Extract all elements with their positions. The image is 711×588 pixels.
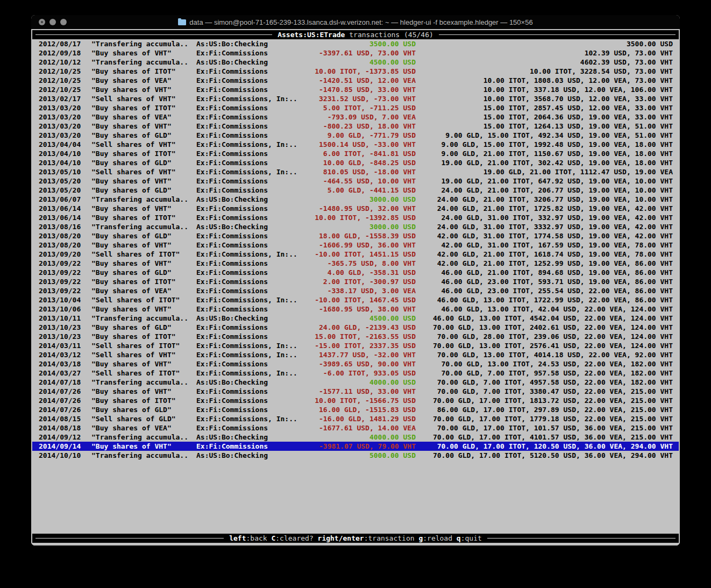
table-row[interactable]: 2013/03/20 "Buy shares of VHT" Ex:Fi:Com… <box>32 122 679 131</box>
txn-running-balance: 24.00 GLD, 31.00 ITOT, 3332.97 USD, 19.0… <box>416 222 673 231</box>
txn-change-amount: 16.00 GLD, -1515.83 USD <box>301 405 416 414</box>
txn-other-accounts: Ex:Fi:Commissions, In:.. <box>196 250 301 259</box>
txn-other-accounts: Ex:Fi:Commissions <box>196 48 301 58</box>
txn-description: "Buy shares of GLD" <box>91 405 196 414</box>
txn-other-accounts: Ex:Fi:Commissions <box>196 67 301 76</box>
terminal-content: Assets:US:ETrade transactions (45/46) 20… <box>31 29 680 546</box>
txn-other-accounts: Ex:Fi:Commissions <box>196 186 301 195</box>
table-row[interactable]: 2013/09/22 "Buy shares of ITOT" Ex:Fi:Co… <box>32 277 679 286</box>
table-row[interactable]: 2014/07/26 "Buy shares of ITOT" Ex:Fi:Co… <box>32 396 679 405</box>
table-row[interactable]: 2013/09/22 "Buy shares of GLD" Ex:Fi:Com… <box>32 268 679 277</box>
table-row[interactable]: 2014/03/12 "Sell shares of VHT" Ex:Fi:Co… <box>32 350 679 359</box>
txn-running-balance: 24.00 GLD, 21.00 ITOT, 3206.77 USD, 19.0… <box>416 195 673 204</box>
footer-key: right/enter <box>318 534 364 542</box>
txn-other-accounts: Ex:Fi:Commissions <box>196 103 301 112</box>
table-row[interactable]: 2013/05/10 "Sell shares of VHT" Ex:Fi:Co… <box>32 167 679 176</box>
txn-date: 2013/08/20 <box>39 231 91 240</box>
table-row[interactable]: 2013/02/17 "Sell shares of VHT" Ex:Fi:Co… <box>32 94 679 103</box>
txn-other-accounts: Ex:Fi:Commissions <box>196 131 301 140</box>
table-row[interactable]: 2014/09/14 "Buy shares of VHT" Ex:Fi:Com… <box>32 442 679 451</box>
header-rule-left <box>35 34 272 35</box>
txn-description: "Buy shares of VHT" <box>91 48 196 58</box>
table-row[interactable]: 2013/10/23 "Buy shares of ITOT" Ex:Fi:Co… <box>32 332 679 341</box>
table-row[interactable]: 2013/10/11 "Transfering accumula.. As:US… <box>32 314 679 323</box>
table-row[interactable]: 2013/09/22 "Buy shares of VHT" Ex:Fi:Com… <box>32 259 679 268</box>
close-button[interactable] <box>39 19 45 25</box>
traffic-lights <box>39 19 67 25</box>
txn-date: 2012/10/12 <box>39 58 91 67</box>
txn-other-accounts: As:US:Bo:Checking <box>196 378 301 387</box>
table-row[interactable]: 2014/10/10 "Transfering accumula.. As:US… <box>32 451 679 460</box>
txn-other-accounts: Ex:Fi:Commissions <box>196 122 301 131</box>
txn-date: 2013/10/23 <box>39 332 91 341</box>
txn-description: "Buy shares of ITOT" <box>91 396 196 405</box>
txn-running-balance: 10.00 ITOT, 337.18 USD, 12.00 VEA, 106.0… <box>416 85 673 94</box>
table-row[interactable]: 2013/09/20 "Sell shares of ITOT" Ex:Fi:C… <box>32 250 679 259</box>
table-row[interactable]: 2013/09/22 "Buy shares of VEA" Ex:Fi:Com… <box>32 286 679 295</box>
footer-rule-left <box>35 538 224 539</box>
table-row[interactable]: 2013/08/20 "Buy shares of GLD" Ex:Fi:Com… <box>32 231 679 240</box>
zoom-button[interactable] <box>60 19 67 25</box>
txn-change-amount: 810.05 USD, -18.00 VHT <box>301 167 416 176</box>
header-account-name: Assets:US:ETrade <box>278 31 345 39</box>
table-row[interactable]: 2013/03/20 "Buy shares of ITOT" Ex:Fi:Co… <box>32 103 679 112</box>
table-row[interactable]: 2012/08/17 "Transfering accumula.. As:US… <box>32 39 679 48</box>
txn-other-accounts: As:US:Bo:Checking <box>196 195 301 204</box>
table-row[interactable]: 2013/06/07 "Transfering accumula.. As:US… <box>32 195 679 204</box>
txn-running-balance: 24.00 GLD, 21.00 ITOT, 1725.82 USD, 19.0… <box>416 204 673 213</box>
table-row[interactable]: 2013/05/20 "Buy shares of GLD" Ex:Fi:Com… <box>32 186 679 195</box>
table-row[interactable]: 2014/08/18 "Buy shares of VEA" Ex:Fi:Com… <box>32 423 679 433</box>
table-row[interactable]: 2013/03/20 "Buy shares of VEA" Ex:Fi:Com… <box>32 112 679 122</box>
txn-other-accounts: Ex:Fi:Commissions <box>196 286 301 295</box>
table-row[interactable]: 2014/03/18 "Buy shares of VHT" Ex:Fi:Com… <box>32 359 679 369</box>
txn-date: 2013/08/16 <box>39 222 91 231</box>
table-row[interactable]: 2012/10/12 "Transfering accumula.. As:US… <box>32 58 679 67</box>
txn-other-accounts: Ex:Fi:Commissions <box>196 176 301 186</box>
txn-change-amount: 10.00 ITOT, -1373.85 USD <box>301 67 416 76</box>
txn-change-amount: -338.17 USD, 3.00 VEA <box>301 286 416 295</box>
table-row[interactable]: 2014/03/27 "Sell shares of ITOT" Ex:Fi:C… <box>32 369 679 378</box>
table-row[interactable]: 2013/04/10 "Buy shares of ITOT" Ex:Fi:Co… <box>32 149 679 158</box>
table-row[interactable]: 2012/10/25 "Buy shares of ITOT" Ex:Fi:Co… <box>32 67 679 76</box>
table-row[interactable]: 2013/06/14 "Buy shares of ITOT" Ex:Fi:Co… <box>32 213 679 222</box>
table-row[interactable]: 2012/09/18 "Buy shares of VHT" Ex:Fi:Com… <box>32 48 679 58</box>
table-row[interactable]: 2014/07/26 "Buy shares of VHT" Ex:Fi:Com… <box>32 387 679 396</box>
window-titlebar[interactable]: data — simon@pool-71-165-239-133.lsanca.… <box>31 15 680 29</box>
table-row[interactable]: 2014/09/12 "Transfering accumula.. As:US… <box>32 433 679 442</box>
table-row[interactable]: 2013/10/23 "Buy shares of GLD" Ex:Fi:Com… <box>32 323 679 332</box>
txn-date: 2013/10/11 <box>39 314 91 323</box>
txn-date: 2012/10/25 <box>39 67 91 76</box>
txn-other-accounts: Ex:Fi:Commissions <box>196 323 301 332</box>
table-row[interactable]: 2014/07/26 "Buy shares of GLD" Ex:Fi:Com… <box>32 405 679 414</box>
table-row[interactable]: 2012/10/25 "Buy shares of VEA" Ex:Fi:Com… <box>32 76 679 85</box>
table-row[interactable]: 2013/10/06 "Buy shares of VHT" Ex:Fi:Com… <box>32 304 679 314</box>
txn-other-accounts: Ex:Fi:Commissions <box>196 76 301 85</box>
table-row[interactable]: 2013/10/04 "Sell shares of ITOT" Ex:Fi:C… <box>32 295 679 304</box>
txn-running-balance: 9.00 GLD, 21.00 ITOT, 1150.67 USD, 19.00… <box>416 149 673 158</box>
txn-date: 2012/10/25 <box>39 85 91 94</box>
txn-description: "Buy shares of ITOT" <box>91 149 196 158</box>
txn-description: "Buy shares of VEA" <box>91 423 196 433</box>
table-row[interactable]: 2013/03/20 "Buy shares of GLD" Ex:Fi:Com… <box>32 131 679 140</box>
txn-other-accounts: Ex:Fi:Commissions <box>196 405 301 414</box>
table-row[interactable]: 2013/06/14 "Buy shares of VHT" Ex:Fi:Com… <box>32 204 679 213</box>
txn-running-balance: 46.00 GLD, 23.00 ITOT, 255.54 USD, 22.00… <box>416 286 673 295</box>
table-row[interactable]: 2013/04/04 "Sell shares of VHT" Ex:Fi:Co… <box>32 140 679 149</box>
txn-change-amount: 5.00 GLD, -441.15 USD <box>301 186 416 195</box>
table-row[interactable]: 2013/08/20 "Buy shares of VHT" Ex:Fi:Com… <box>32 240 679 250</box>
txn-description: "Buy shares of VHT" <box>91 85 196 94</box>
txn-other-accounts: Ex:Fi:Commissions, In:.. <box>196 140 301 149</box>
minimize-button[interactable] <box>49 19 56 25</box>
footer-key: left <box>229 534 246 542</box>
table-row[interactable]: 2013/05/20 "Buy shares of VHT" Ex:Fi:Com… <box>32 176 679 186</box>
table-row[interactable]: 2014/07/18 "Transfering accumula.. As:US… <box>32 378 679 387</box>
table-row[interactable]: 2013/04/10 "Buy shares of GLD" Ex:Fi:Com… <box>32 158 679 167</box>
table-row[interactable]: 2014/08/15 "Sell shares of GLD" Ex:Fi:Co… <box>32 414 679 423</box>
table-row[interactable]: 2014/03/11 "Sell shares of ITOT" Ex:Fi:C… <box>32 341 679 350</box>
txn-running-balance: 24.00 GLD, 31.00 ITOT, 332.97 USD, 19.00… <box>416 213 673 222</box>
table-row[interactable]: 2012/10/25 "Buy shares of VHT" Ex:Fi:Com… <box>32 85 679 94</box>
txn-description: "Buy shares of VHT" <box>91 176 196 186</box>
table-row[interactable]: 2013/08/16 "Transfering accumula.. As:US… <box>32 222 679 231</box>
txn-date: 2013/06/07 <box>39 195 91 204</box>
txn-other-accounts: Ex:Fi:Commissions <box>196 268 301 277</box>
